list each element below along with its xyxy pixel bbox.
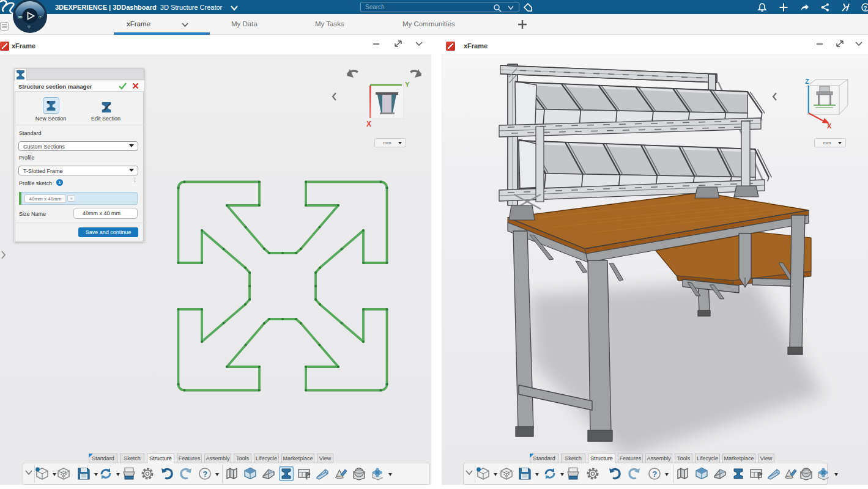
svg-text:?: ?	[864, 5, 867, 11]
svg-text:3D: 3D	[18, 15, 23, 19]
svg-text:X: X	[366, 120, 371, 128]
svg-text:Y: Y	[405, 81, 410, 88]
svg-text:X: X	[827, 122, 832, 130]
svg-text:Z: Z	[805, 78, 809, 85]
svg-text:?: ?	[652, 469, 657, 479]
svg-text:⟳: ⟳	[39, 15, 42, 19]
svg-text:?: ?	[202, 469, 207, 479]
svg-text:▽: ▽	[27, 25, 31, 29]
